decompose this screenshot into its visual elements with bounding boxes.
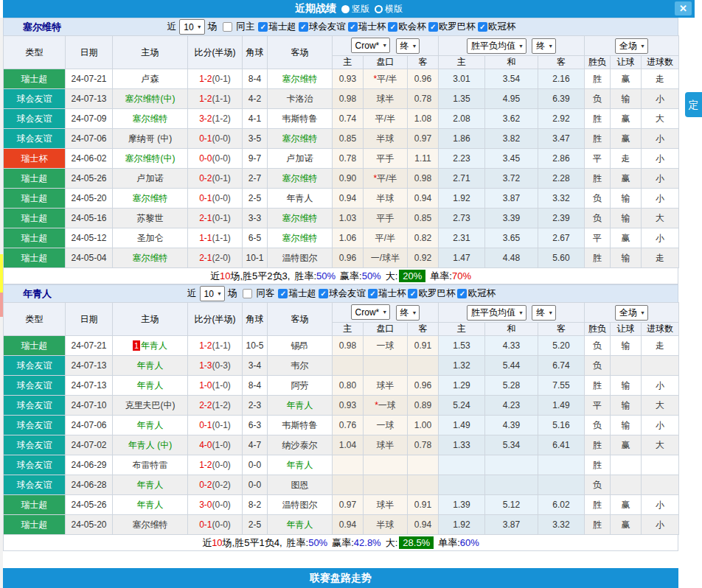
bookmaker-value: Crow* bbox=[355, 41, 380, 51]
match-date: 24-05-26 bbox=[66, 169, 113, 189]
league-filter[interactable]: ✓瑞士杯 bbox=[368, 287, 406, 300]
europe-stage-select[interactable]: 终▼ bbox=[532, 38, 556, 54]
home-team: 年青人 bbox=[113, 475, 188, 495]
result-handicap bbox=[611, 356, 642, 376]
games-count-select[interactable]: 10▼ bbox=[200, 286, 225, 301]
same-venue-checkbox[interactable] bbox=[243, 289, 252, 298]
summary-win-rate: 50% bbox=[308, 537, 327, 548]
league-filter[interactable]: ✓欧冠杯 bbox=[478, 21, 516, 33]
league-filter-label: 瑞士超 bbox=[288, 287, 316, 300]
layout-radio-horizontal[interactable]: 横版 bbox=[375, 3, 403, 15]
asia-home-odds bbox=[333, 356, 364, 376]
games-count-select[interactable]: 10▼ bbox=[179, 19, 204, 35]
halftime-score: (1-2) bbox=[212, 400, 231, 410]
radio-horizontal-label: 横版 bbox=[385, 3, 403, 15]
match-date: 24-07-21 bbox=[66, 336, 113, 356]
asia-odds-header: Crow*▼ 终▼ bbox=[333, 36, 439, 56]
matches-table: 类型 日期 主场 比分(半场) 角球 客场 Crow*▼ 终▼ 胜平负均值▼ 终… bbox=[3, 35, 679, 268]
result-handicap: 赢 bbox=[611, 109, 642, 129]
league-filter[interactable]: ✓球会友谊 bbox=[319, 287, 366, 300]
europe-type-select[interactable]: 胜平负均值▼ bbox=[467, 305, 526, 321]
result-goals: 走 bbox=[642, 336, 679, 356]
result-header: 全场▼ bbox=[585, 303, 679, 323]
summary-record: 场,胜5平1负4, bbox=[223, 536, 282, 550]
asia-stage-select[interactable]: 终▼ bbox=[396, 38, 420, 54]
result-handicap: 输 bbox=[611, 248, 642, 268]
europe-type-select[interactable]: 胜平负均值▼ bbox=[467, 38, 526, 54]
match-row: 球会友谊 24-07-13 年青人 1-3(0-3) 3-4 韦尔 1.32 5… bbox=[4, 356, 679, 376]
asia-away-odds bbox=[408, 475, 439, 495]
league-filter[interactable]: ✓瑞士超 bbox=[278, 287, 316, 300]
result-wdl: 负 bbox=[585, 209, 611, 228]
summary-near-label: 近 bbox=[210, 270, 220, 283]
asia-home-odds: 0.93 bbox=[333, 396, 364, 416]
league-filter[interactable]: ✓欧罗巴杯 bbox=[428, 21, 476, 33]
asia-handicap: 球半 bbox=[364, 89, 408, 109]
result-wdl: 负 bbox=[585, 336, 611, 356]
league-filter[interactable]: ✓球会友谊 bbox=[299, 21, 346, 33]
close-button[interactable]: ✕ bbox=[675, 1, 692, 15]
result-goals: 小 bbox=[642, 228, 679, 248]
asia-home-odds: 0.97 bbox=[333, 495, 364, 515]
pin-button[interactable]: 定 bbox=[685, 92, 702, 117]
asia-stage-value: 终 bbox=[400, 40, 409, 52]
europe-away-odds: 2.28 bbox=[538, 169, 585, 189]
europe-stage-select[interactable]: 终▼ bbox=[532, 305, 556, 321]
league-filter[interactable]: ✓瑞士超 bbox=[258, 21, 296, 33]
asia-stage-select[interactable]: 终▼ bbox=[396, 305, 420, 321]
score-cell: 0-1(0-1) bbox=[188, 416, 243, 435]
league-filter-label: 瑞士超 bbox=[268, 21, 296, 33]
bookmaker-select[interactable]: Crow*▼ bbox=[351, 38, 391, 53]
subheader-goals: 进球数 bbox=[642, 56, 679, 69]
scope-select[interactable]: 全场▼ bbox=[615, 38, 648, 54]
away-team: 年青人 bbox=[268, 455, 333, 475]
result-header: 全场▼ bbox=[585, 36, 679, 56]
result-goals: 大 bbox=[642, 396, 679, 416]
result-wdl: 负 bbox=[585, 189, 611, 209]
asia-away-odds: 0.89 bbox=[408, 396, 439, 416]
result-goals: 小 bbox=[642, 189, 679, 209]
league-filter[interactable]: ✓欧冠杯 bbox=[457, 287, 496, 300]
league-badge: 球会友谊 bbox=[4, 396, 66, 416]
asia-handicap bbox=[364, 356, 408, 376]
away-team: 韦尔 bbox=[268, 356, 333, 376]
europe-home-odds: 2.71 bbox=[439, 169, 485, 189]
fulltime-score: 1-1 bbox=[199, 233, 212, 243]
result-goals: 小 bbox=[642, 89, 679, 109]
europe-away-odds: 3.32 bbox=[538, 189, 585, 209]
league-filter[interactable]: ✓欧罗巴杯 bbox=[408, 287, 455, 300]
europe-draw-odds: 3.72 bbox=[485, 169, 538, 189]
league-filter[interactable]: ✓瑞士杯 bbox=[348, 21, 386, 33]
asia-home-odds: 0.80 bbox=[333, 376, 364, 396]
summary-big-rate: 20% bbox=[399, 270, 425, 282]
star-marker: * bbox=[375, 400, 378, 410]
bookmaker-select[interactable]: Crow*▼ bbox=[351, 304, 391, 320]
matches-table: 类型 日期 主场 比分(半场) 角球 客场 Crow*▼ 终▼ 胜平负均值▼ 终… bbox=[3, 302, 679, 535]
fulltime-score: 1-3 bbox=[199, 360, 212, 371]
league-filter[interactable]: ✓欧会杯 bbox=[388, 21, 426, 33]
europe-draw-odds: 4.39 bbox=[485, 416, 538, 435]
fulltime-score: 1-2 bbox=[199, 460, 212, 470]
corner-count: 2-5 bbox=[243, 515, 268, 535]
asia-handicap: *平/半 bbox=[364, 69, 408, 89]
europe-home-odds: 2.23 bbox=[439, 149, 485, 169]
match-row: 瑞士超 24-05-26 卢加诺 0-2(0-1) 2-7 塞尔维特 0.90 … bbox=[4, 169, 679, 189]
match-date: 24-07-02 bbox=[66, 435, 113, 455]
same-venue-checkbox[interactable] bbox=[223, 22, 232, 32]
close-icon: ✕ bbox=[679, 3, 687, 14]
fulltime-score: 1-2 bbox=[199, 340, 212, 351]
scope-select[interactable]: 全场▼ bbox=[615, 305, 648, 321]
score-cell: 2-1(2-0) bbox=[188, 248, 243, 268]
score-cell: 2-1(0-1) bbox=[188, 209, 243, 228]
asia-home-odds: 0.98 bbox=[333, 89, 364, 109]
home-team: 塞尔维特 bbox=[113, 248, 188, 268]
league-badge: 瑞士杯 bbox=[4, 149, 66, 169]
chevron-down-icon: ▼ bbox=[548, 310, 553, 315]
score-cell: 0-2(0-2) bbox=[188, 475, 243, 495]
result-wdl: 胜 bbox=[585, 495, 611, 515]
asia-home-odds: 0.98 bbox=[333, 336, 364, 356]
europe-away-odds: 6.74 bbox=[538, 356, 585, 376]
fulltime-score: 1-2 bbox=[199, 74, 212, 84]
layout-radio-vertical[interactable]: 竖版 bbox=[341, 3, 369, 15]
subheader-eu-away: 客 bbox=[538, 323, 585, 336]
